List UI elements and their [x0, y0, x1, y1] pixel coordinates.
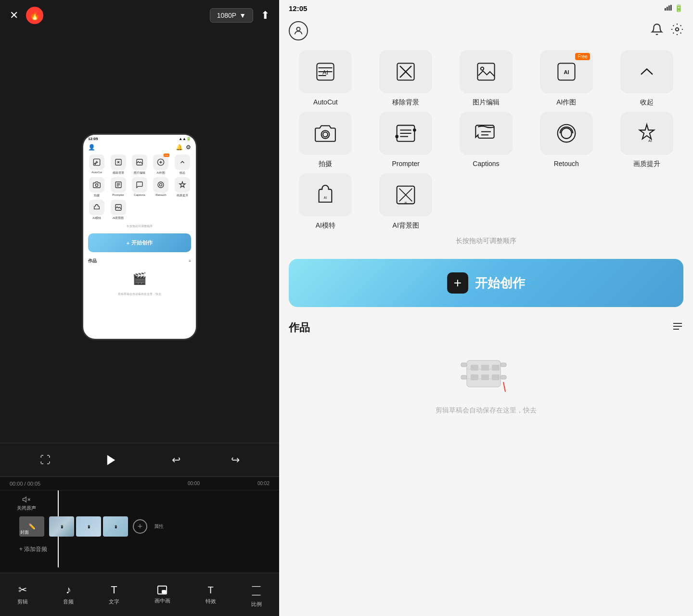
feature-removebg[interactable]: 移除背景 [369, 50, 443, 107]
phone-status-icons: ▲▲🔋 [179, 137, 191, 141]
cover-clip[interactable]: ✏️ 封面 [19, 516, 44, 537]
close-audio-label[interactable]: 关闭原声 [10, 495, 43, 512]
phone-create-button[interactable]: + 开始创作 [88, 233, 191, 252]
redo-button[interactable]: ↪ [231, 454, 240, 466]
svg-rect-55 [481, 374, 489, 380]
svg-text:AI: AI [404, 201, 407, 204]
left-header-left: ✕ 🔥 [10, 7, 43, 24]
tool-audio[interactable]: ♪ 音频 [63, 584, 74, 605]
phone-header-icons: 👤 🔔 ⚙ [83, 142, 196, 153]
phone-photoedit-icon [132, 154, 147, 170]
works-menu-icon[interactable] [672, 321, 683, 335]
video-clip-2[interactable]: 📱 [76, 516, 101, 537]
feature-autocut[interactable]: AI AutoCut [289, 50, 362, 107]
right-panel: 12:05 🔋 AI AutoCut [279, 0, 693, 616]
svg-text:AI: AI [324, 196, 327, 199]
feature-camera[interactable]: 拍摄 [289, 112, 362, 168]
feature-grid-row1: AI AutoCut 移除背景 图片编辑 Free AI AI作图 [279, 45, 693, 112]
aibg-icon-box: AI [379, 173, 432, 217]
video-clip-1[interactable]: 📱 [49, 516, 74, 537]
phone-aipaint-icon: Free [153, 154, 168, 170]
right-status-bar: 12:05 🔋 [279, 0, 693, 16]
phone-preview-area: 12:05 ▲▲🔋 👤 🔔 ⚙ AutoCut [0, 31, 279, 443]
svg-rect-25 [477, 63, 494, 80]
tool-pip[interactable]: 画中画 [154, 585, 170, 604]
phone-grid-item-enhance[interactable]: 画质提升 [173, 177, 192, 198]
feature-aibg[interactable]: AI AI背景图 [369, 173, 443, 230]
export-button[interactable]: ⬆ [261, 9, 270, 22]
aipaint-icon-box: Free AI [540, 50, 593, 93]
tool-text[interactable]: T 文字 [109, 584, 119, 605]
phone-grid-item-camera[interactable]: 拍摄 [87, 177, 106, 198]
fullscreen-button[interactable]: ⛶ [40, 454, 51, 466]
feature-retouch[interactable]: Retouch [529, 112, 603, 168]
feature-photoedit[interactable]: 图片编辑 [449, 50, 523, 107]
phone-camera-icon [89, 177, 104, 192]
svg-point-30 [323, 132, 328, 137]
svg-marker-8 [107, 455, 115, 465]
tool-cut[interactable]: ✂ 剪辑 [17, 584, 28, 605]
phone-user-icon: 👤 [88, 144, 95, 151]
phone-grid-item-aibg[interactable]: AI背景图 [108, 200, 128, 220]
phone-grid-item-removebg[interactable]: 移除背景 [108, 154, 128, 175]
phone-grid-item-retouch[interactable]: Retouch [151, 177, 170, 198]
timeline-ruler: 00:00 / 00:05 00:00 00:02 [0, 477, 279, 490]
enhance-icon-box: AI [620, 112, 673, 155]
top-right-icons [651, 23, 683, 38]
feature-aimodel[interactable]: AI AI模特 [289, 173, 362, 230]
video-track-row: ✏️ 封面 📱 📱 📱 + 属性 [10, 516, 279, 537]
svg-point-18 [296, 27, 300, 31]
audio-track-row: 关闭原声 [10, 495, 279, 512]
create-btn-text: 开始创作 [475, 275, 525, 292]
feature-enhance[interactable]: AI 画质提升 [610, 112, 683, 168]
tool-effects[interactable]: T 特效 [205, 585, 216, 605]
phone-grid-item-autocut[interactable]: AutoCut [87, 154, 106, 175]
play-button[interactable] [101, 450, 121, 470]
free-badge: Free [575, 53, 590, 60]
svg-point-1 [95, 163, 96, 165]
svg-text:AI: AI [648, 139, 652, 143]
phone-film-icon: 🎬 [83, 267, 196, 290]
phone-grid-item-photoedit[interactable]: 图片编辑 [130, 154, 149, 175]
close-button[interactable]: ✕ [10, 9, 18, 22]
feature-captions[interactable]: Captions [449, 112, 523, 168]
prompter-icon-box [379, 112, 432, 155]
user-icon[interactable] [289, 21, 308, 40]
retouch-icon-box [540, 112, 593, 155]
create-button-large[interactable]: + 开始创作 [289, 259, 683, 307]
phone-autosave-text: 剪辑草稿会自动保存在这里，快去 [83, 290, 196, 298]
phone-captions-icon [132, 177, 147, 192]
phone-status-bar: 12:05 ▲▲🔋 [83, 135, 196, 142]
tool-ratio[interactable]: —— 比例 [251, 581, 262, 608]
add-audio-button[interactable]: + 添加音频 [19, 545, 270, 553]
video-clip-3[interactable]: 📱 [103, 516, 128, 537]
undo-button[interactable]: ↩ [172, 454, 180, 466]
phone-works-section: 作品 ≡ [83, 255, 196, 267]
svg-point-4 [96, 184, 98, 186]
phone-grid-item-prompter[interactable]: Prompter [108, 177, 128, 198]
right-time: 12:05 [289, 4, 307, 13]
svg-rect-17 [670, 5, 672, 11]
phone-grid-item-collapse[interactable]: 收起 [173, 154, 192, 175]
film-svg-icon [457, 353, 510, 397]
settings-icon[interactable] [671, 23, 683, 38]
phone-grid-item-aimodel[interactable]: AI模特 [87, 200, 106, 220]
svg-rect-53 [492, 365, 500, 371]
bottom-toolbar: ✂ 剪辑 ♪ 音频 T 文字 画中画 T 特效 —— 比例 [0, 573, 279, 616]
feature-collapse[interactable]: 收起 [610, 50, 683, 107]
add-clip-button[interactable]: + [133, 519, 147, 534]
phone-grid-item-aipaint[interactable]: Free AI作图 [151, 154, 170, 175]
notification-icon[interactable] [651, 23, 663, 38]
feature-prompter[interactable]: Prompter [369, 112, 443, 168]
phone-removebg-icon [111, 154, 126, 170]
add-audio-row: + 添加音频 [10, 541, 279, 557]
resolution-selector[interactable]: 1080P ▼ [210, 8, 253, 23]
phone-grid-item-captions[interactable]: Captions [130, 177, 149, 198]
feature-grid-row2: 拍摄 Prompter Captions Retouch AI 画质提升 [279, 112, 693, 173]
phone-time: 12:05 [88, 137, 98, 141]
phone-mockup: 12:05 ▲▲🔋 👤 🔔 ⚙ AutoCut [82, 133, 197, 340]
feature-aipaint[interactable]: Free AI AI作图 [529, 50, 603, 107]
svg-text:AI: AI [564, 69, 569, 75]
captions-icon-box [460, 112, 513, 155]
timeline-current: 00:00 / 00:05 [10, 481, 188, 487]
